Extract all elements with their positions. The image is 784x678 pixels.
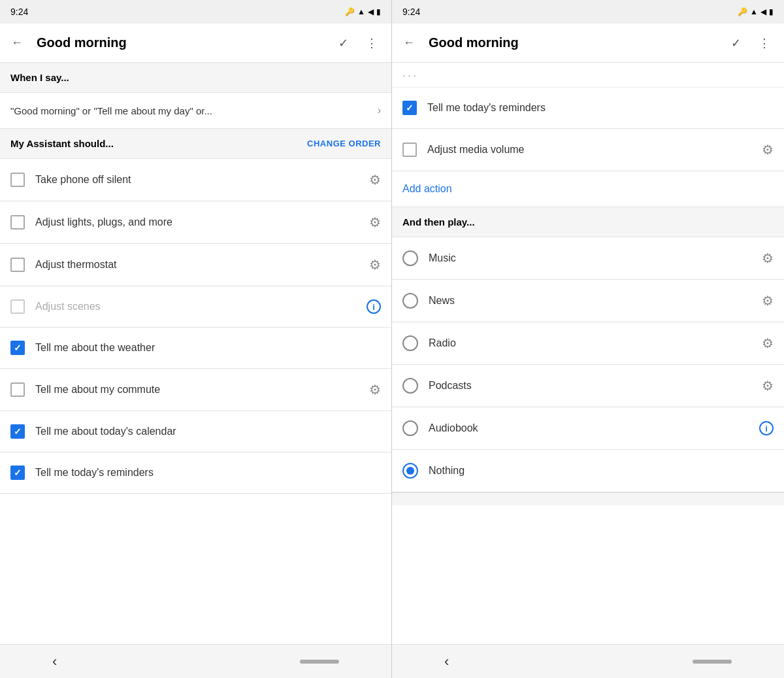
item-label-news: News: [429, 295, 762, 307]
item-label-calendar: Tell me about today's calendar: [35, 426, 381, 437]
radio-news[interactable]: [402, 293, 418, 309]
right-panel: 9:24 🔑 ▲ ◀ ▮ ← Good morning ✓ ⋮ · · · Te…: [392, 0, 784, 678]
radio-podcasts[interactable]: [402, 378, 418, 394]
when-i-say-header: When I say...: [0, 63, 391, 93]
checkbox-adjust-thermostat[interactable]: [10, 258, 25, 272]
app-bar-left: ← Good morning ✓ ⋮: [0, 24, 391, 63]
and-then-play-header: And then play...: [392, 207, 784, 237]
radio-music[interactable]: [402, 250, 418, 266]
gear-icon-news[interactable]: ⚙: [762, 293, 774, 309]
list-item: Take phone off silent ⚙: [0, 159, 391, 201]
checkbox-media-volume[interactable]: [402, 143, 417, 157]
bottom-nav-right: ‹: [392, 644, 784, 678]
status-time-right: 9:24: [402, 7, 420, 17]
gear-icon-take-phone[interactable]: ⚙: [369, 172, 381, 188]
status-icons-left: 🔑 ▲ ◀ ▮: [345, 7, 381, 16]
radio-nothing[interactable]: [402, 463, 418, 479]
left-scroll-content: Take phone off silent ⚙ Adjust lights, p…: [0, 159, 391, 644]
checkbox-reminders-right[interactable]: [402, 101, 417, 115]
status-icons-right: 🔑 ▲ ◀ ▮: [738, 7, 774, 16]
gear-icon-music[interactable]: ⚙: [762, 250, 774, 266]
item-label-take-phone: Take phone off silent: [35, 174, 369, 186]
battery-icon-right: ▮: [769, 7, 774, 16]
status-bar-left: 9:24 🔑 ▲ ◀ ▮: [0, 0, 391, 24]
signal-icon-right: ◀: [760, 7, 766, 16]
list-item: Adjust lights, plugs, and more ⚙: [0, 201, 391, 244]
gear-icon-adjust-lights[interactable]: ⚙: [369, 214, 381, 230]
item-label-adjust-thermostat: Adjust thermostat: [35, 259, 369, 271]
status-bar-right: 9:24 🔑 ▲ ◀ ▮: [392, 0, 784, 24]
item-label-reminders-left: Tell me today's reminders: [35, 467, 381, 479]
list-item: Tell me today's reminders: [392, 88, 784, 129]
list-item: Tell me about today's calendar: [0, 411, 391, 452]
wifi-icon-right: ▲: [750, 7, 758, 16]
more-button-left[interactable]: ⋮: [357, 29, 386, 58]
list-item: Adjust media volume ⚙: [392, 129, 784, 171]
battery-icon: ▮: [376, 7, 381, 16]
item-label-adjust-scenes: Adjust scenes: [35, 301, 367, 313]
nav-back-right[interactable]: ‹: [444, 653, 449, 670]
list-item: News ⚙: [392, 280, 784, 322]
checkbox-adjust-lights[interactable]: [10, 215, 25, 229]
partial-top-text: · · ·: [402, 69, 416, 80]
gear-icon-podcasts[interactable]: ⚙: [762, 378, 774, 394]
left-panel: 9:24 🔑 ▲ ◀ ▮ ← Good morning ✓ ⋮ When I s…: [0, 0, 392, 678]
radio-audiobook[interactable]: [402, 420, 418, 436]
change-order-button[interactable]: CHANGE ORDER: [307, 139, 381, 148]
checkbox-calendar[interactable]: [10, 424, 25, 439]
app-title-left: Good morning: [37, 35, 329, 50]
back-button-left[interactable]: ←: [3, 29, 31, 58]
item-label-commute: Tell me about my commute: [35, 384, 369, 396]
list-item: Tell me about the weather: [0, 328, 391, 369]
more-button-right[interactable]: ⋮: [750, 29, 779, 58]
info-icon-adjust-scenes[interactable]: i: [367, 299, 381, 314]
radio-radio[interactable]: [402, 335, 418, 351]
home-indicator-left: [300, 660, 339, 664]
check-button-left[interactable]: ✓: [329, 29, 357, 58]
chevron-right-icon: ›: [378, 105, 381, 116]
item-label-weather: Tell me about the weather: [35, 342, 381, 354]
list-item: Tell me today's reminders: [0, 452, 391, 494]
info-icon-audiobook[interactable]: i: [759, 421, 774, 435]
item-label-radio: Radio: [429, 337, 762, 349]
my-assistant-header: My Assistant should... CHANGE ORDER: [0, 129, 391, 159]
status-time-left: 9:24: [10, 7, 28, 17]
list-item: Radio ⚙: [392, 322, 784, 365]
gear-icon-media-volume[interactable]: ⚙: [762, 142, 774, 158]
checkbox-reminders-left[interactable]: [10, 466, 25, 480]
item-label-nothing: Nothing: [429, 465, 774, 477]
list-item: Nothing: [392, 450, 784, 492]
bottom-spacer: [392, 492, 784, 505]
phrase-row[interactable]: "Good morning" or "Tell me about my day"…: [0, 93, 391, 129]
add-action-row[interactable]: Add action: [392, 171, 784, 207]
item-label-music: Music: [429, 252, 762, 264]
item-label-podcasts: Podcasts: [429, 380, 762, 392]
app-title-right: Good morning: [429, 35, 721, 50]
gear-icon-adjust-thermostat[interactable]: ⚙: [369, 257, 381, 273]
checkbox-take-phone[interactable]: [10, 173, 25, 187]
right-scroll-content: · · · Tell me today's reminders Adjust m…: [392, 63, 784, 644]
check-button-right[interactable]: ✓: [721, 29, 750, 58]
gear-icon-commute[interactable]: ⚙: [369, 382, 381, 398]
key-icon: 🔑: [345, 7, 355, 16]
nav-back-left[interactable]: ‹: [52, 653, 57, 670]
gear-icon-radio[interactable]: ⚙: [762, 335, 774, 351]
checkbox-weather[interactable]: [10, 341, 25, 355]
item-label-audiobook: Audiobook: [429, 422, 759, 434]
add-action-text[interactable]: Add action: [402, 183, 452, 194]
list-item: Adjust thermostat ⚙: [0, 244, 391, 286]
list-item: Music ⚙: [392, 237, 784, 280]
bottom-nav-left: ‹: [0, 644, 391, 678]
list-item: Tell me about my commute ⚙: [0, 369, 391, 411]
app-bar-right: ← Good morning ✓ ⋮: [392, 24, 784, 63]
partial-top-item: · · ·: [392, 63, 784, 88]
wifi-icon: ▲: [357, 7, 365, 16]
item-label-adjust-lights: Adjust lights, plugs, and more: [35, 216, 369, 228]
item-label-media-volume: Adjust media volume: [427, 144, 762, 156]
list-item: Audiobook i: [392, 407, 784, 450]
checkbox-commute[interactable]: [10, 382, 25, 397]
my-assistant-title: My Assistant should...: [10, 138, 114, 149]
back-button-right[interactable]: ←: [395, 29, 423, 58]
checkbox-adjust-scenes[interactable]: [10, 299, 25, 314]
key-icon-right: 🔑: [738, 7, 747, 16]
